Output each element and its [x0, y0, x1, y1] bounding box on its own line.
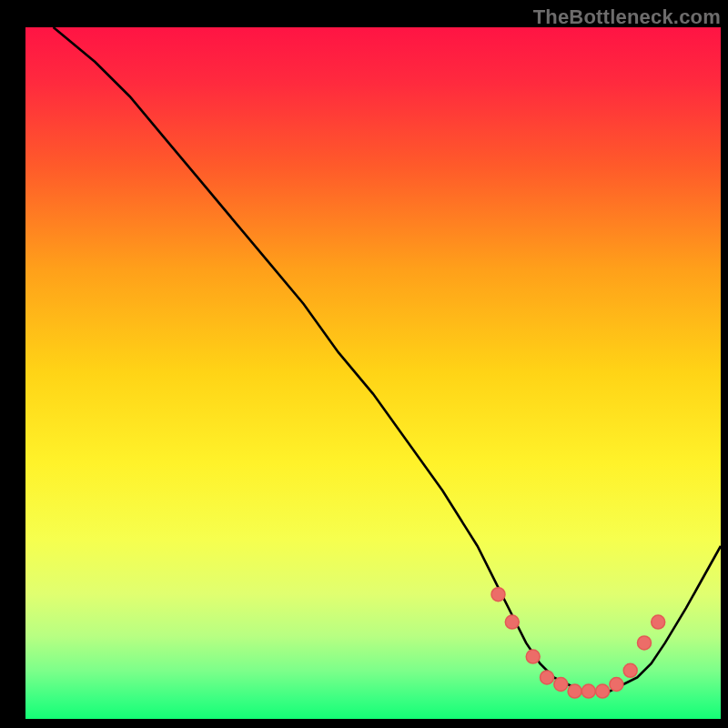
marker-dot — [554, 678, 568, 692]
marker-dot — [652, 615, 665, 629]
marker-dot — [568, 684, 581, 698]
marker-dot — [610, 678, 623, 692]
marker-dot — [623, 663, 637, 677]
marker-dot — [541, 671, 554, 684]
marker-dot — [491, 588, 505, 602]
chart-frame: TheBottleneck.com — [0, 0, 728, 728]
plot-background — [25, 27, 721, 719]
marker-dot — [596, 684, 610, 698]
marker-dot — [581, 684, 595, 698]
plot-svg — [0, 0, 728, 728]
marker-dot — [505, 615, 519, 629]
marker-dot — [638, 636, 652, 650]
marker-dot — [526, 650, 540, 663]
